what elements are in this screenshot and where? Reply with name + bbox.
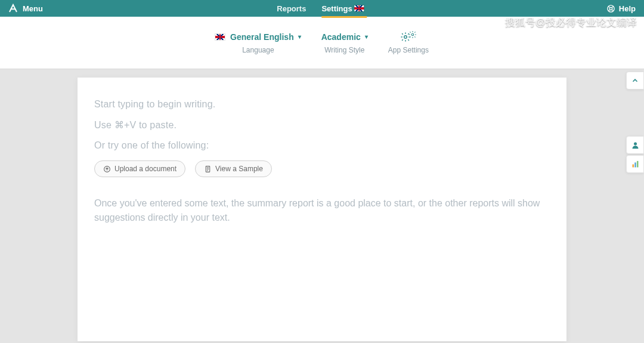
document-icon: [204, 165, 212, 173]
help-label: Help: [619, 4, 636, 13]
editor-paper[interactable]: Start typing to begin writing. Use ⌘+V t…: [78, 78, 566, 341]
svg-point-3: [411, 33, 414, 36]
app-settings-caption: App Settings: [388, 46, 429, 54]
upload-icon: [103, 165, 111, 173]
svg-point-6: [634, 142, 637, 145]
nav-settings[interactable]: Settings: [321, 1, 367, 18]
chevron-down-icon: ▾: [298, 33, 301, 40]
writing-style-selector[interactable]: Academic ▾ Writing Style: [321, 32, 368, 54]
lifebuoy-icon: [606, 4, 615, 13]
logo-icon: [8, 4, 18, 13]
svg-rect-7: [632, 164, 634, 167]
language-caption: Language: [215, 46, 301, 54]
settings-subbar: General English ▾ Language Academic ▾ Wr…: [0, 17, 644, 69]
gear-icon: [408, 30, 417, 39]
menu-button[interactable]: Menu: [8, 4, 43, 13]
placeholder-line-2: Use ⌘+V to paste.: [94, 119, 550, 131]
chevron-up-icon: [631, 76, 639, 85]
writing-style-caption: Writing Style: [321, 46, 368, 54]
placeholder-line-3: Or try one of the following:: [94, 140, 550, 151]
placeholder-description: Once you've entered some text, the summa…: [94, 196, 550, 225]
uk-flag-icon: [355, 5, 364, 11]
stats-side-button[interactable]: [626, 155, 644, 173]
action-pill-row: Upload a document View a Sample: [94, 160, 550, 177]
view-sample-button[interactable]: View a Sample: [195, 160, 272, 177]
svg-rect-8: [634, 162, 636, 167]
app-settings-button[interactable]: App Settings: [388, 32, 429, 54]
placeholder-line-1: Start typing to begin writing.: [94, 99, 550, 110]
language-selector[interactable]: General English ▾ Language: [215, 32, 301, 54]
editor-stage: Start typing to begin writing. Use ⌘+V t…: [0, 69, 644, 341]
profile-side-button[interactable]: [626, 136, 644, 154]
bar-chart-icon: [631, 160, 640, 169]
collapse-panel-button[interactable]: [626, 72, 644, 89]
svg-point-2: [404, 35, 407, 38]
svg-point-1: [609, 7, 612, 10]
top-bar: Menu Reports Settings Help: [0, 0, 644, 17]
help-button[interactable]: Help: [606, 4, 636, 13]
nav-reports[interactable]: Reports: [277, 0, 306, 17]
chevron-down-icon: ▾: [365, 33, 368, 40]
user-icon: [631, 141, 640, 150]
top-nav: Reports Settings: [277, 0, 367, 17]
menu-label: Menu: [23, 4, 43, 13]
svg-rect-9: [637, 160, 639, 167]
uk-flag-icon: [215, 34, 225, 40]
upload-document-button[interactable]: Upload a document: [94, 160, 185, 177]
